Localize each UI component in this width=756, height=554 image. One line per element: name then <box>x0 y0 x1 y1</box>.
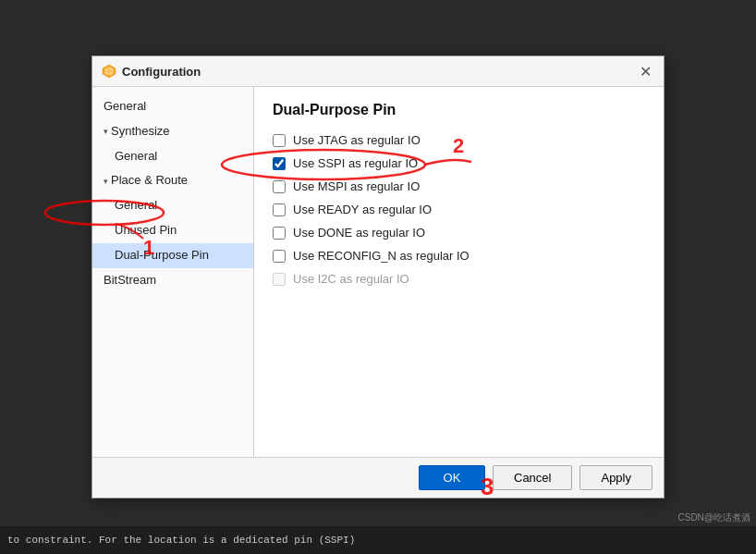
ready-checkbox[interactable] <box>273 203 286 216</box>
option-mspi-row: Use MSPI as regular IO <box>273 179 645 193</box>
done-label[interactable]: Use DONE as regular IO <box>293 226 425 240</box>
dialog-title: Configuration <box>122 65 201 79</box>
sidebar-item-dual-purpose-pin[interactable]: Dual-Purpose Pin <box>92 243 253 268</box>
mspi-checkbox[interactable] <box>273 180 286 193</box>
jtag-checkbox[interactable] <box>273 134 286 147</box>
dialog-body: General ▾ Synthesize General ▾ Place & R… <box>92 87 664 457</box>
sspi-label[interactable]: Use SSPI as regular IO <box>293 156 418 170</box>
i2c-checkbox <box>273 273 286 286</box>
configuration-dialog: Configuration ✕ General ▾ Synthesize Gen… <box>91 55 665 499</box>
watermark: CSDN@吃话煮酒 <box>678 511 751 524</box>
sidebar-item-bitstream[interactable]: BitStream <box>92 268 253 293</box>
synthesize-label: Synthesize <box>111 122 170 142</box>
jtag-label[interactable]: Use JTAG as regular IO <box>293 133 421 147</box>
status-text: to constraint. For the location is a ded… <box>7 535 355 546</box>
sidebar-item-general[interactable]: General <box>92 94 253 119</box>
i2c-label: Use I2C as regular IO <box>293 272 409 286</box>
sidebar-tree: General ▾ Synthesize General ▾ Place & R… <box>92 87 254 457</box>
synthesize-chevron: ▾ <box>104 125 108 138</box>
status-bar: to constraint. For the location is a ded… <box>0 526 756 554</box>
reconfign-label[interactable]: Use RECONFIG_N as regular IO <box>293 249 469 263</box>
place-route-chevron: ▾ <box>104 175 108 188</box>
close-button[interactable]: ✕ <box>636 62 654 80</box>
sidebar-item-unused-pin[interactable]: Unused Pin <box>92 218 253 243</box>
reconfign-checkbox[interactable] <box>273 250 286 263</box>
cancel-button[interactable]: Cancel <box>493 465 572 490</box>
apply-button[interactable]: Apply <box>579 465 652 490</box>
title-bar: Configuration ✕ <box>92 56 664 87</box>
place-route-label: Place & Route <box>111 171 188 191</box>
option-jtag-row: Use JTAG as regular IO <box>273 133 645 147</box>
ok-button[interactable]: OK <box>419 465 485 490</box>
sidebar-item-place-route-general[interactable]: General <box>92 193 253 218</box>
option-reconfign-row: Use RECONFIG_N as regular IO <box>273 249 645 263</box>
option-sspi-row: Use SSPI as regular IO <box>273 156 645 170</box>
sidebar-item-synthesize[interactable]: ▾ Synthesize <box>92 119 253 144</box>
title-bar-left: Configuration <box>102 64 201 79</box>
app-icon <box>102 64 116 79</box>
main-content: Dual-Purpose Pin Use JTAG as regular IO … <box>254 87 664 457</box>
sidebar-item-synthesize-general[interactable]: General <box>92 144 253 169</box>
dialog-footer: OK Cancel Apply <box>92 457 664 498</box>
option-ready-row: Use READY as regular IO <box>273 203 645 216</box>
ready-label[interactable]: Use READY as regular IO <box>293 203 432 216</box>
mspi-label[interactable]: Use MSPI as regular IO <box>293 179 420 193</box>
section-title: Dual-Purpose Pin <box>273 102 645 118</box>
sspi-checkbox[interactable] <box>273 157 286 170</box>
option-done-row: Use DONE as regular IO <box>273 226 645 240</box>
option-i2c-row: Use I2C as regular IO <box>273 272 645 286</box>
done-checkbox[interactable] <box>273 227 286 240</box>
sidebar-item-place-route[interactable]: ▾ Place & Route <box>92 168 253 193</box>
